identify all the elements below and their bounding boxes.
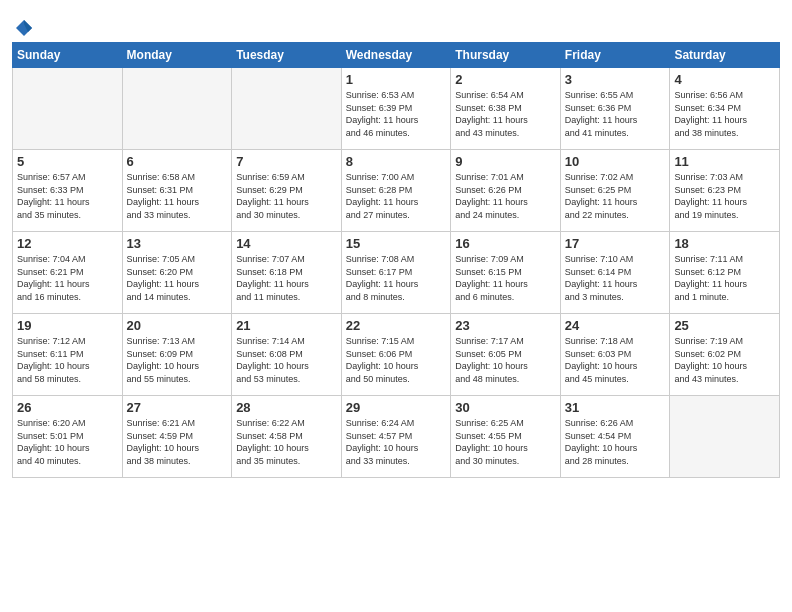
logo-icon bbox=[14, 18, 32, 36]
day-info: Sunrise: 7:18 AM Sunset: 6:03 PM Dayligh… bbox=[565, 335, 666, 385]
calendar-cell: 2Sunrise: 6:54 AM Sunset: 6:38 PM Daylig… bbox=[451, 68, 561, 150]
calendar-cell bbox=[13, 68, 123, 150]
day-number: 13 bbox=[127, 236, 228, 251]
weekday-header-thursday: Thursday bbox=[451, 43, 561, 68]
day-info: Sunrise: 7:17 AM Sunset: 6:05 PM Dayligh… bbox=[455, 335, 556, 385]
day-info: Sunrise: 6:21 AM Sunset: 4:59 PM Dayligh… bbox=[127, 417, 228, 467]
calendar-cell bbox=[670, 396, 780, 478]
day-number: 14 bbox=[236, 236, 337, 251]
day-info: Sunrise: 6:25 AM Sunset: 4:55 PM Dayligh… bbox=[455, 417, 556, 467]
day-info: Sunrise: 7:03 AM Sunset: 6:23 PM Dayligh… bbox=[674, 171, 775, 221]
day-number: 18 bbox=[674, 236, 775, 251]
calendar-cell: 9Sunrise: 7:01 AM Sunset: 6:26 PM Daylig… bbox=[451, 150, 561, 232]
calendar-cell: 4Sunrise: 6:56 AM Sunset: 6:34 PM Daylig… bbox=[670, 68, 780, 150]
calendar-cell: 6Sunrise: 6:58 AM Sunset: 6:31 PM Daylig… bbox=[122, 150, 232, 232]
day-info: Sunrise: 7:09 AM Sunset: 6:15 PM Dayligh… bbox=[455, 253, 556, 303]
day-number: 23 bbox=[455, 318, 556, 333]
day-info: Sunrise: 6:57 AM Sunset: 6:33 PM Dayligh… bbox=[17, 171, 118, 221]
calendar-cell: 12Sunrise: 7:04 AM Sunset: 6:21 PM Dayli… bbox=[13, 232, 123, 314]
calendar-cell: 26Sunrise: 6:20 AM Sunset: 5:01 PM Dayli… bbox=[13, 396, 123, 478]
calendar-table: SundayMondayTuesdayWednesdayThursdayFrid… bbox=[12, 42, 780, 478]
day-number: 30 bbox=[455, 400, 556, 415]
day-number: 5 bbox=[17, 154, 118, 169]
calendar-cell: 24Sunrise: 7:18 AM Sunset: 6:03 PM Dayli… bbox=[560, 314, 670, 396]
weekday-header-tuesday: Tuesday bbox=[232, 43, 342, 68]
day-info: Sunrise: 7:15 AM Sunset: 6:06 PM Dayligh… bbox=[346, 335, 447, 385]
day-info: Sunrise: 6:22 AM Sunset: 4:58 PM Dayligh… bbox=[236, 417, 337, 467]
day-number: 16 bbox=[455, 236, 556, 251]
day-info: Sunrise: 7:00 AM Sunset: 6:28 PM Dayligh… bbox=[346, 171, 447, 221]
calendar-cell: 15Sunrise: 7:08 AM Sunset: 6:17 PM Dayli… bbox=[341, 232, 451, 314]
day-info: Sunrise: 7:07 AM Sunset: 6:18 PM Dayligh… bbox=[236, 253, 337, 303]
calendar-cell: 16Sunrise: 7:09 AM Sunset: 6:15 PM Dayli… bbox=[451, 232, 561, 314]
page-container: SundayMondayTuesdayWednesdayThursdayFrid… bbox=[0, 0, 792, 488]
day-info: Sunrise: 7:04 AM Sunset: 6:21 PM Dayligh… bbox=[17, 253, 118, 303]
day-info: Sunrise: 6:59 AM Sunset: 6:29 PM Dayligh… bbox=[236, 171, 337, 221]
calendar-cell: 19Sunrise: 7:12 AM Sunset: 6:11 PM Dayli… bbox=[13, 314, 123, 396]
day-number: 6 bbox=[127, 154, 228, 169]
weekday-header-wednesday: Wednesday bbox=[341, 43, 451, 68]
day-number: 24 bbox=[565, 318, 666, 333]
calendar-week-4: 26Sunrise: 6:20 AM Sunset: 5:01 PM Dayli… bbox=[13, 396, 780, 478]
calendar-cell: 11Sunrise: 7:03 AM Sunset: 6:23 PM Dayli… bbox=[670, 150, 780, 232]
day-info: Sunrise: 7:11 AM Sunset: 6:12 PM Dayligh… bbox=[674, 253, 775, 303]
calendar-cell: 28Sunrise: 6:22 AM Sunset: 4:58 PM Dayli… bbox=[232, 396, 342, 478]
day-info: Sunrise: 6:54 AM Sunset: 6:38 PM Dayligh… bbox=[455, 89, 556, 139]
day-info: Sunrise: 7:01 AM Sunset: 6:26 PM Dayligh… bbox=[455, 171, 556, 221]
weekday-header-monday: Monday bbox=[122, 43, 232, 68]
calendar-cell: 22Sunrise: 7:15 AM Sunset: 6:06 PM Dayli… bbox=[341, 314, 451, 396]
day-number: 9 bbox=[455, 154, 556, 169]
calendar-cell: 13Sunrise: 7:05 AM Sunset: 6:20 PM Dayli… bbox=[122, 232, 232, 314]
day-info: Sunrise: 7:12 AM Sunset: 6:11 PM Dayligh… bbox=[17, 335, 118, 385]
day-number: 20 bbox=[127, 318, 228, 333]
day-info: Sunrise: 6:20 AM Sunset: 5:01 PM Dayligh… bbox=[17, 417, 118, 467]
day-info: Sunrise: 7:13 AM Sunset: 6:09 PM Dayligh… bbox=[127, 335, 228, 385]
day-number: 19 bbox=[17, 318, 118, 333]
day-number: 31 bbox=[565, 400, 666, 415]
day-info: Sunrise: 7:08 AM Sunset: 6:17 PM Dayligh… bbox=[346, 253, 447, 303]
calendar-week-1: 5Sunrise: 6:57 AM Sunset: 6:33 PM Daylig… bbox=[13, 150, 780, 232]
day-number: 4 bbox=[674, 72, 775, 87]
calendar-week-0: 1Sunrise: 6:53 AM Sunset: 6:39 PM Daylig… bbox=[13, 68, 780, 150]
calendar-cell: 21Sunrise: 7:14 AM Sunset: 6:08 PM Dayli… bbox=[232, 314, 342, 396]
calendar-cell: 23Sunrise: 7:17 AM Sunset: 6:05 PM Dayli… bbox=[451, 314, 561, 396]
calendar-cell: 25Sunrise: 7:19 AM Sunset: 6:02 PM Dayli… bbox=[670, 314, 780, 396]
weekday-header-sunday: Sunday bbox=[13, 43, 123, 68]
day-number: 27 bbox=[127, 400, 228, 415]
calendar-cell: 3Sunrise: 6:55 AM Sunset: 6:36 PM Daylig… bbox=[560, 68, 670, 150]
calendar-cell: 17Sunrise: 7:10 AM Sunset: 6:14 PM Dayli… bbox=[560, 232, 670, 314]
day-number: 26 bbox=[17, 400, 118, 415]
day-info: Sunrise: 7:10 AM Sunset: 6:14 PM Dayligh… bbox=[565, 253, 666, 303]
day-info: Sunrise: 6:26 AM Sunset: 4:54 PM Dayligh… bbox=[565, 417, 666, 467]
calendar-cell: 27Sunrise: 6:21 AM Sunset: 4:59 PM Dayli… bbox=[122, 396, 232, 478]
day-info: Sunrise: 6:24 AM Sunset: 4:57 PM Dayligh… bbox=[346, 417, 447, 467]
calendar-cell: 7Sunrise: 6:59 AM Sunset: 6:29 PM Daylig… bbox=[232, 150, 342, 232]
day-number: 15 bbox=[346, 236, 447, 251]
day-number: 25 bbox=[674, 318, 775, 333]
weekday-header-saturday: Saturday bbox=[670, 43, 780, 68]
day-info: Sunrise: 7:02 AM Sunset: 6:25 PM Dayligh… bbox=[565, 171, 666, 221]
day-number: 3 bbox=[565, 72, 666, 87]
day-info: Sunrise: 6:56 AM Sunset: 6:34 PM Dayligh… bbox=[674, 89, 775, 139]
weekday-header-friday: Friday bbox=[560, 43, 670, 68]
calendar-cell: 14Sunrise: 7:07 AM Sunset: 6:18 PM Dayli… bbox=[232, 232, 342, 314]
calendar-week-2: 12Sunrise: 7:04 AM Sunset: 6:21 PM Dayli… bbox=[13, 232, 780, 314]
header bbox=[12, 10, 780, 34]
calendar-cell: 1Sunrise: 6:53 AM Sunset: 6:39 PM Daylig… bbox=[341, 68, 451, 150]
calendar-cell bbox=[122, 68, 232, 150]
day-number: 10 bbox=[565, 154, 666, 169]
calendar-cell bbox=[232, 68, 342, 150]
calendar-cell: 10Sunrise: 7:02 AM Sunset: 6:25 PM Dayli… bbox=[560, 150, 670, 232]
calendar-cell: 8Sunrise: 7:00 AM Sunset: 6:28 PM Daylig… bbox=[341, 150, 451, 232]
day-info: Sunrise: 6:55 AM Sunset: 6:36 PM Dayligh… bbox=[565, 89, 666, 139]
day-number: 28 bbox=[236, 400, 337, 415]
day-info: Sunrise: 7:14 AM Sunset: 6:08 PM Dayligh… bbox=[236, 335, 337, 385]
day-number: 29 bbox=[346, 400, 447, 415]
day-info: Sunrise: 6:53 AM Sunset: 6:39 PM Dayligh… bbox=[346, 89, 447, 139]
calendar-cell: 29Sunrise: 6:24 AM Sunset: 4:57 PM Dayli… bbox=[341, 396, 451, 478]
day-info: Sunrise: 7:19 AM Sunset: 6:02 PM Dayligh… bbox=[674, 335, 775, 385]
day-number: 2 bbox=[455, 72, 556, 87]
day-number: 22 bbox=[346, 318, 447, 333]
day-info: Sunrise: 6:58 AM Sunset: 6:31 PM Dayligh… bbox=[127, 171, 228, 221]
calendar-cell: 18Sunrise: 7:11 AM Sunset: 6:12 PM Dayli… bbox=[670, 232, 780, 314]
